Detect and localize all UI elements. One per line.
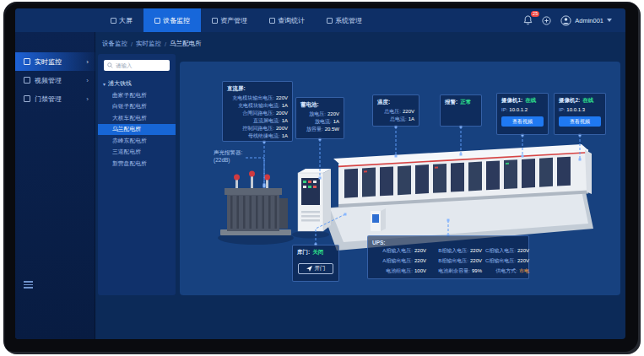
metric-value: 220V bbox=[327, 111, 339, 118]
door-status: 关闭 bbox=[312, 249, 323, 256]
gear-icon bbox=[327, 18, 333, 24]
tree-item-station[interactable]: 新营盘配电所 bbox=[98, 158, 176, 170]
metric-label: 供电方式: bbox=[495, 267, 517, 275]
metric-label: B相输出电压: bbox=[438, 257, 468, 265]
tree-item-station[interactable]: 大板车配电所 bbox=[98, 112, 176, 124]
nav-item-label: 系统管理 bbox=[335, 16, 362, 25]
nav-item-label: 设备监控 bbox=[163, 16, 190, 25]
ip-label: IP: bbox=[501, 106, 507, 114]
collapse-sidebar-icon[interactable] bbox=[24, 281, 33, 290]
breadcrumb-item[interactable]: 设备监控 bbox=[102, 40, 127, 48]
metric-value: 1A bbox=[282, 132, 288, 140]
user-menu[interactable]: Admin001 bbox=[560, 15, 612, 26]
caret-down-icon: ▾ bbox=[103, 81, 106, 87]
metric-value: 220V bbox=[517, 247, 529, 255]
monitor-canvas: 直流屏: 充电模块输出电压:220V 充电模块输出电流:1A 合闸回路电压:20… bbox=[180, 62, 620, 295]
device-frame: 大屏 设备监控 资产管理 查询统计 系统管理 bbox=[3, 2, 641, 354]
nav-item-assets[interactable]: 资产管理 bbox=[201, 8, 258, 32]
view-video-button[interactable]: 查看视频 bbox=[559, 116, 601, 127]
breadcrumb-separator: / bbox=[165, 40, 166, 48]
temperature-card: 温度: 总电压:220V 总电流:1A bbox=[372, 94, 419, 127]
battery-card: 蓄电池: 放电压:220V 放电流:1A 放容量:20.5W bbox=[295, 97, 344, 139]
metric-label: C相输出电压: bbox=[485, 257, 516, 265]
card-title: 报警: bbox=[445, 99, 457, 106]
app-window: 大屏 设备监控 资产管理 查询统计 系统管理 bbox=[15, 8, 625, 339]
tree-group-label: 浦大铁线 bbox=[108, 79, 132, 88]
alarm-status: 正常 bbox=[460, 99, 471, 106]
camera-status: 在线 bbox=[525, 97, 536, 105]
noise-title: 声光报警器: bbox=[214, 148, 242, 156]
search-input[interactable] bbox=[116, 62, 166, 68]
card-title: 库门: bbox=[297, 249, 310, 256]
open-door-label: 开门 bbox=[315, 265, 326, 272]
avatar-icon bbox=[560, 15, 571, 26]
realtime-monitor-icon bbox=[24, 58, 30, 65]
camera2-card: 摄像机2: 在线 IP:10.0.1.3 查看视频 bbox=[554, 93, 606, 135]
metric-value: 99% bbox=[472, 267, 482, 275]
sidebar-item-video-management[interactable]: 视频管理 › bbox=[15, 71, 95, 89]
sidebar-item-label: 视频管理 bbox=[35, 76, 62, 85]
notifications-button[interactable]: 25 bbox=[523, 15, 533, 25]
metric-label: C相输入电压: bbox=[485, 247, 516, 255]
door-card: 库门: 关闭 开门 bbox=[292, 245, 339, 282]
metric-value: 220V bbox=[470, 247, 482, 255]
sidebar-item-realtime-monitoring[interactable]: 实时监控 › bbox=[15, 52, 95, 71]
main-menu: 大屏 设备监控 资产管理 查询统计 系统管理 bbox=[100, 8, 373, 32]
metric-label: 充电模块输出电压: bbox=[232, 94, 274, 102]
metric-label: 放电压: bbox=[309, 111, 326, 118]
door-open-icon bbox=[306, 266, 312, 272]
breadcrumb-separator: / bbox=[131, 40, 133, 48]
chevron-right-icon: › bbox=[86, 58, 89, 66]
metric-label: 控制回路电压: bbox=[242, 125, 274, 132]
metric-label: 母线绝缘电流: bbox=[248, 132, 280, 140]
sidebar-item-label: 门禁管理 bbox=[35, 94, 62, 104]
metric-value: 1A bbox=[333, 118, 339, 126]
view-video-button[interactable]: 查看视频 bbox=[501, 116, 544, 127]
metric-label: A相输出电压: bbox=[382, 257, 413, 265]
tree-item-station[interactable]: 三道配电所 bbox=[98, 147, 176, 159]
nav-item-label: 大屏 bbox=[119, 16, 133, 25]
noise-monitor-label: 声光报警器: (22dB) bbox=[214, 148, 242, 164]
chevron-down-icon bbox=[607, 19, 612, 22]
search-icon bbox=[107, 62, 113, 68]
breadcrumb-item[interactable]: 实时监控 bbox=[136, 40, 161, 48]
station-tree-panel: ▾ 浦大铁线 曲家子配电所 白银子配电所 大板车配电所 乌兰配电所 赤峰东配电所… bbox=[98, 54, 176, 295]
metric-value: 220V bbox=[414, 257, 426, 265]
tree-group-line[interactable]: ▾ 浦大铁线 bbox=[98, 78, 176, 89]
camera1-card: 摄像机1: 在线 IP:10.0.1.2 查看视频 bbox=[496, 93, 549, 135]
monitor-icon bbox=[154, 18, 160, 24]
nav-item-device-monitoring[interactable]: 设备监控 bbox=[143, 8, 201, 32]
fullscreen-icon[interactable] bbox=[542, 16, 551, 25]
asset-icon bbox=[212, 18, 218, 24]
card-title: 摄像机1: bbox=[501, 97, 522, 105]
alarm-card: 报警: 正常 bbox=[440, 94, 482, 127]
metric-label: A相输入电压: bbox=[382, 247, 413, 255]
metric-label: 合闸回路电压: bbox=[242, 110, 274, 117]
chevron-right-icon: › bbox=[86, 95, 89, 103]
tree-item-station[interactable]: 赤峰东配电所 bbox=[98, 135, 176, 147]
bell-icon bbox=[523, 15, 533, 25]
username: Admin001 bbox=[575, 17, 603, 24]
metric-label: 电池剩余容量: bbox=[438, 267, 470, 275]
chevron-right-icon: › bbox=[86, 77, 89, 84]
metric-value: 100V bbox=[414, 267, 426, 275]
sidebar-item-access-control[interactable]: 门禁管理 › bbox=[15, 89, 95, 108]
metric-value: 220V bbox=[517, 257, 529, 265]
tree-item-station-selected[interactable]: 乌兰配电所 bbox=[98, 124, 176, 136]
top-nav: 大屏 设备监控 资产管理 查询统计 系统管理 bbox=[15, 8, 625, 32]
dc-panel-card: 直流屏: 充电模块输出电压:220V 充电模块输出电流:1A 合闸回路电压:20… bbox=[222, 81, 293, 142]
nav-item-system[interactable]: 系统管理 bbox=[316, 8, 373, 32]
chart-icon bbox=[269, 18, 275, 24]
metric-label: 放容量: bbox=[306, 126, 323, 133]
metric-label: 放电流: bbox=[315, 118, 332, 126]
tree-item-station[interactable]: 白银子配电所 bbox=[98, 101, 176, 113]
nav-item-dashboard[interactable]: 大屏 bbox=[100, 8, 143, 32]
metric-label: 充电模块输出电流: bbox=[238, 102, 280, 110]
open-door-button[interactable]: 开门 bbox=[298, 263, 333, 274]
metric-label: 电池组电压: bbox=[386, 267, 413, 275]
metric-value: 市电 bbox=[519, 267, 529, 275]
noise-value: (22dB) bbox=[214, 156, 242, 164]
metric-label: B相输入电压: bbox=[438, 247, 468, 255]
nav-item-query-stats[interactable]: 查询统计 bbox=[258, 8, 316, 32]
tree-item-station[interactable]: 曲家子配电所 bbox=[98, 89, 176, 101]
